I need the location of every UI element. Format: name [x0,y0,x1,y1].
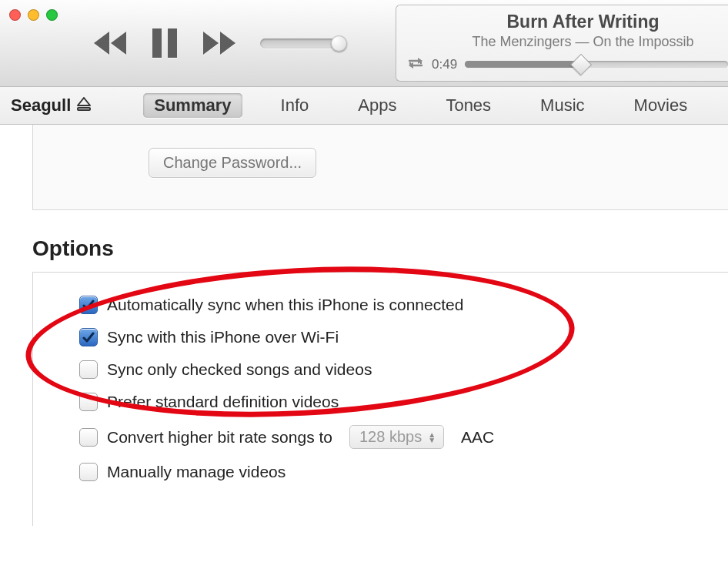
svg-marker-1 [111,32,126,55]
tab-apps[interactable]: Apps [347,93,407,118]
options-heading: Options [32,236,711,261]
eject-icon[interactable] [77,95,91,115]
checkbox-auto-sync[interactable] [79,296,98,314]
svg-marker-4 [203,32,219,55]
label-wifi-sync: Sync with this iPhone over Wi-Fi [107,328,339,346]
next-track-button[interactable] [202,32,237,55]
checkbox-wifi-sync[interactable] [79,328,98,346]
scrub-fill [465,61,580,68]
checkbox-prefer-sd[interactable] [79,393,98,411]
svg-rect-2 [152,28,162,58]
device-name: Seagull [11,95,71,115]
scrub-handle[interactable] [569,54,591,75]
tab-movies[interactable]: Movies [623,93,699,118]
device-selector[interactable]: Seagull [11,95,91,115]
label-prefer-sd: Prefer standard definition videos [107,393,339,411]
label-only-checked: Sync only checked songs and videos [107,360,372,379]
volume-slider-knob[interactable] [331,35,347,52]
window-minimize-button[interactable] [28,9,39,21]
svg-marker-5 [220,32,235,55]
svg-marker-8 [78,98,90,105]
now-playing-title: Burn After Writing [438,12,728,32]
svg-marker-0 [94,32,109,55]
label-auto-sync: Automatically sync when this iPhone is c… [107,296,463,314]
repeat-icon[interactable] [407,56,424,72]
encryption-panel: Change Password... [32,125,728,210]
options-panel: Automatically sync when this iPhone is c… [32,272,728,526]
label-convert-bitrate: Convert higher bit rate songs to [107,428,332,447]
change-password-button[interactable]: Change Password... [149,148,316,178]
scrub-bar[interactable] [465,61,728,68]
tab-tones[interactable]: Tones [435,93,502,118]
label-manual-videos: Manually manage videos [107,463,286,481]
now-playing-subtitle: The Menzingers — On the Impossib [438,34,728,50]
bitrate-dropdown[interactable]: 128 kbps ▲▼ [349,425,444,449]
checkbox-only-checked[interactable] [79,360,98,379]
previous-track-button[interactable] [92,32,128,55]
tab-info[interactable]: Info [270,93,320,118]
tab-summary[interactable]: Summary [143,93,242,118]
now-playing-display: Burn After Writing The Menzingers — On t… [396,5,728,82]
svg-rect-9 [78,108,90,110]
bitrate-value: 128 kbps [359,428,422,446]
window-close-button[interactable] [9,9,21,21]
checkbox-convert-bitrate[interactable] [79,428,98,447]
elapsed-time: 0:49 [432,57,457,72]
window-zoom-button[interactable] [46,9,58,21]
checkbox-manual-videos[interactable] [79,463,98,481]
tab-music[interactable]: Music [529,93,595,118]
volume-slider[interactable] [260,38,345,49]
stepper-icon: ▲▼ [428,432,436,443]
play-pause-button[interactable] [151,28,179,58]
label-convert-unit: AAC [461,428,494,447]
svg-rect-3 [168,28,177,58]
